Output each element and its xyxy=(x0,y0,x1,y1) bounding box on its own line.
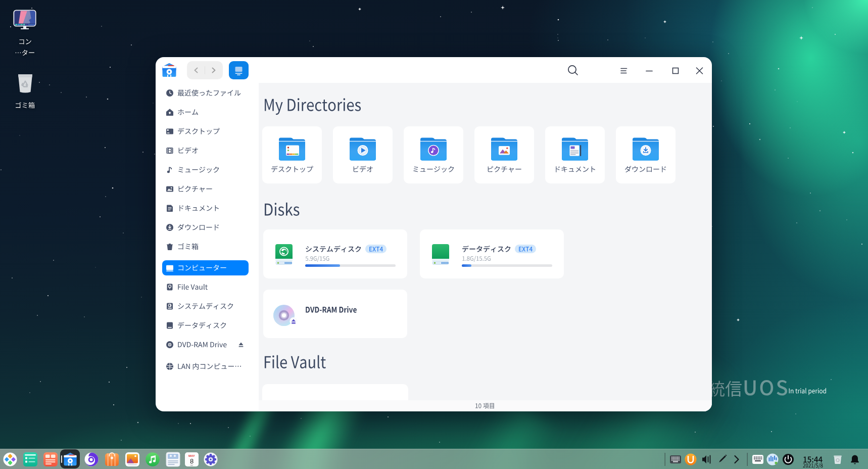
svg-text:SAT: SAT xyxy=(190,464,194,466)
svg-text:MAY: MAY xyxy=(188,454,195,457)
